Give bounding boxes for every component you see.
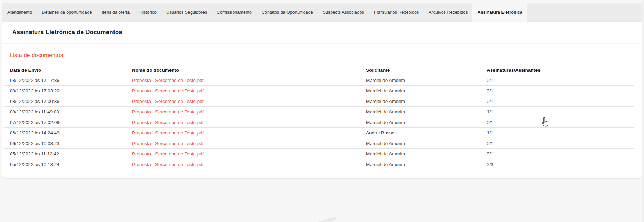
column-header-solicitante: Solicitante <box>366 65 487 75</box>
cell-signatures: 0/1 <box>487 117 634 128</box>
table-row: 08/12/2022 às 17:00:36 Proposta - Sercom… <box>4 96 634 107</box>
cell-requester: Marciel de Amorim <box>366 75 487 86</box>
section-title: Lista de documentos <box>10 52 63 58</box>
document-link[interactable]: Proposta - Sercompe de Teste.pdf <box>132 99 204 104</box>
tab-usuarios-seguidores[interactable]: Usuários Seguidores <box>161 3 212 22</box>
document-link[interactable]: Proposta - Sercompe de Teste.pdf <box>132 88 204 93</box>
table-row: 08/12/2022 às 11:49:08 Proposta - Sercom… <box>4 107 634 117</box>
column-header-nome-do-documento: Nome do documento <box>132 65 366 75</box>
cell-signatures: 1/1 <box>487 107 634 117</box>
table-header-row: Data de Envio Nome do documento Solicita… <box>4 65 634 75</box>
cell-date: 06/12/2022 às 10:08:23 <box>4 138 132 149</box>
cell-signatures: 2/3 <box>487 159 634 170</box>
cell-requester: Marciel de Amorim <box>366 159 487 170</box>
cell-requester: Marciel de Amorim <box>366 117 487 128</box>
cell-date: 05/12/2022 às 11:12:42 <box>4 149 132 159</box>
table-row: 08/12/2022 às 17:17:36 Proposta - Sercom… <box>4 75 634 86</box>
documents-card: Lista de documentos Data de Envio Nome d… <box>2 44 642 178</box>
tab-formularios-recebidos[interactable]: Formularios Recebidos <box>369 3 424 22</box>
column-header-assinaturas-assinantes: Assinaturas/Assinantes <box>487 65 634 75</box>
cell-date: 08/12/2022 às 17:17:36 <box>4 75 132 86</box>
cell-signatures: 0/1 <box>487 86 634 96</box>
cell-date: 08/12/2022 às 17:03:20 <box>4 86 132 96</box>
tab-atendimento[interactable]: Atendimento <box>2 3 37 22</box>
table-row: 06/12/2022 às 10:08:23 Proposta - Sercom… <box>4 138 634 149</box>
cell-signatures: 1/1 <box>487 128 634 138</box>
tab-historico[interactable]: Histórico <box>134 3 161 22</box>
title-bar: Assinatura Eletrônica de Documentos <box>2 22 642 43</box>
cell-date: 06/12/2022 às 14:24:49 <box>4 128 132 138</box>
document-link[interactable]: Proposta - Sercompe de Teste.pdf <box>132 151 204 157</box>
tab-assinatura-eletronica[interactable]: Assinatura Eletrônica <box>472 3 527 22</box>
cell-requester: Marciel de Amorim <box>366 149 487 159</box>
tab-itens-da-oferta[interactable]: Itens da oferta <box>97 3 134 22</box>
table-row: 08/12/2022 às 17:03:20 Proposta - Sercom… <box>4 86 634 96</box>
tab-comissionamento[interactable]: Comissionamento <box>212 3 257 22</box>
cell-requester: Marciel de Amorim <box>366 107 487 117</box>
cell-requester: Andrei Rosseti <box>366 128 487 138</box>
document-link[interactable]: Proposta - Sercompe de Teste.pdf <box>132 109 204 115</box>
cell-requester: Marciel de Amorim <box>366 138 487 149</box>
document-link[interactable]: Proposta - Sercompe de Teste.pdf <box>132 162 204 167</box>
paper-plane-watermark-icon <box>316 217 341 222</box>
cell-requester: Marciel de Amorim <box>366 86 487 96</box>
column-header-data-de-envio: Data de Envio <box>4 65 132 75</box>
tab-arquivos-recebidos[interactable]: Arquivos Recebidos <box>424 3 472 22</box>
cell-signatures: 0/1 <box>487 75 634 86</box>
tab-detalhes-da-oportunidade[interactable]: Detalhes da oportunidade <box>37 3 97 22</box>
cell-signatures: 0/1 <box>487 138 634 149</box>
tab-bar: Atendimento Detalhes da oportunidade Ite… <box>2 3 642 22</box>
cell-date: 08/12/2022 às 11:49:08 <box>4 107 132 117</box>
tab-suspects-associados[interactable]: Suspects Associados <box>318 3 369 22</box>
cell-date: 05/12/2022 às 10:13:24 <box>4 159 132 170</box>
cell-date: 08/12/2022 às 17:00:36 <box>4 96 132 107</box>
vertical-scrollbar[interactable] <box>642 0 644 222</box>
cell-signatures: 0/1 <box>487 96 634 107</box>
document-link[interactable]: Proposta - Sercompe de Teste.pdf <box>132 120 204 125</box>
documents-table: Data de Envio Nome do documento Solicita… <box>4 65 634 170</box>
cell-requester: Marciel de Amorim <box>366 96 487 107</box>
document-link[interactable]: Proposta - Sercompe de Teste.pdf <box>132 130 204 136</box>
page-title: Assinatura Eletrônica de Documentos <box>12 29 122 36</box>
table-row: 05/12/2022 às 10:13:24 Proposta - Sercom… <box>4 159 634 170</box>
table-row: 06/12/2022 às 14:24:49 Proposta - Sercom… <box>4 128 634 138</box>
cell-date: 07/12/2022 às 17:02:09 <box>4 117 132 128</box>
cell-signatures: 0/1 <box>487 149 634 159</box>
tab-contatos-da-oportunidade[interactable]: Contatos da Oportunidade <box>257 3 318 22</box>
table-row: 07/12/2022 às 17:02:09 Proposta - Sercom… <box>4 117 634 128</box>
document-link[interactable]: Proposta - Sercompe de Teste.pdf <box>132 78 204 83</box>
table-row: 05/12/2022 às 11:12:42 Proposta - Sercom… <box>4 149 634 159</box>
document-link[interactable]: Proposta - Sercompe de Teste.pdf <box>132 141 204 146</box>
